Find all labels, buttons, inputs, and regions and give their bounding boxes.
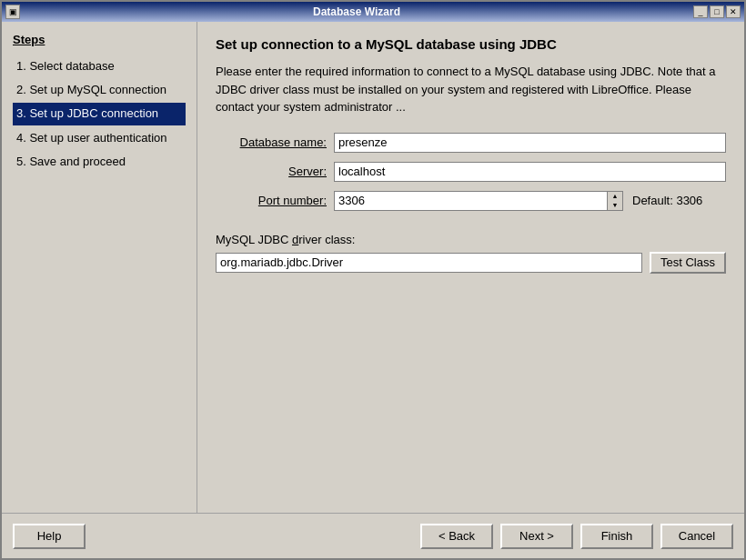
- connection-form: Database name: Server: Port number: ▲: [216, 133, 726, 211]
- titlebar-controls: _ □ ✕: [693, 5, 741, 18]
- port-default-label: Default: 3306: [632, 194, 702, 207]
- sidebar-item-select-database[interactable]: 1. Select database: [13, 55, 186, 77]
- help-label: Help: [37, 529, 62, 543]
- back-button[interactable]: < Back: [420, 524, 493, 549]
- sidebar-item-setup-mysql[interactable]: 2. Set up MySQL connection: [13, 79, 186, 101]
- minimize-button[interactable]: _: [693, 5, 708, 18]
- steps-heading: Steps: [13, 33, 186, 46]
- footer: Help < Back Next > Finish Cancel: [2, 513, 744, 558]
- footer-right: < Back Next > Finish Cancel: [420, 524, 733, 549]
- next-button[interactable]: Next >: [500, 524, 573, 549]
- main-panel: Set up connection to a MySQL database us…: [197, 22, 744, 513]
- window-icon: ▣: [5, 5, 20, 19]
- server-row: Server:: [216, 162, 726, 182]
- port-row: Port number: ▲ ▼ Default: 3306: [216, 191, 726, 211]
- help-button[interactable]: Help: [13, 524, 86, 549]
- port-spinner: ▲ ▼: [607, 191, 623, 211]
- titlebar: ▣ Database Wizard _ □ ✕: [2, 2, 744, 22]
- back-label: < Back: [439, 529, 475, 543]
- database-name-row: Database name:: [216, 133, 726, 153]
- sidebar-item-setup-jdbc[interactable]: 3. Set up JDBC connection: [13, 103, 186, 125]
- page-title: Set up connection to a MySQL database us…: [216, 36, 726, 52]
- port-spinner-up[interactable]: ▲: [608, 192, 622, 201]
- test-class-button[interactable]: Test Class: [650, 252, 726, 274]
- port-input[interactable]: [334, 191, 607, 211]
- driver-class-label: MySQL JDBC driver class:: [216, 233, 726, 246]
- next-label: Next >: [519, 529, 554, 543]
- finish-label: Finish: [601, 529, 633, 543]
- cancel-button[interactable]: Cancel: [660, 524, 733, 549]
- driver-class-input[interactable]: [216, 253, 642, 273]
- database-name-input[interactable]: [334, 133, 726, 153]
- close-button[interactable]: ✕: [726, 5, 741, 18]
- maximize-button[interactable]: □: [710, 5, 724, 18]
- port-label: Port number:: [216, 194, 334, 207]
- main-content: Steps 1. Select database 2. Set up MySQL…: [2, 22, 744, 513]
- server-input[interactable]: [334, 162, 726, 182]
- driver-underline: d: [292, 233, 298, 246]
- driver-row: Test Class: [216, 252, 726, 274]
- sidebar-item-setup-user-auth[interactable]: 4. Set up user authentication: [13, 127, 186, 149]
- server-label: Server:: [216, 165, 334, 178]
- sidebar-item-save-proceed[interactable]: 5. Save and proceed: [13, 151, 186, 173]
- page-description: Please enter the required information to…: [216, 63, 726, 116]
- port-spinner-down[interactable]: ▼: [608, 201, 622, 210]
- driver-section: MySQL JDBC driver class: Test Class: [216, 233, 726, 274]
- footer-left: Help: [13, 524, 86, 549]
- window-title: Database Wizard: [20, 5, 693, 18]
- port-input-wrapper: ▲ ▼: [334, 191, 623, 211]
- sidebar: Steps 1. Select database 2. Set up MySQL…: [2, 22, 197, 513]
- cancel-label: Cancel: [679, 529, 715, 543]
- database-wizard-window: ▣ Database Wizard _ □ ✕ Steps 1. Select …: [0, 0, 746, 560]
- finish-button[interactable]: Finish: [580, 524, 653, 549]
- database-name-label: Database name:: [216, 135, 334, 149]
